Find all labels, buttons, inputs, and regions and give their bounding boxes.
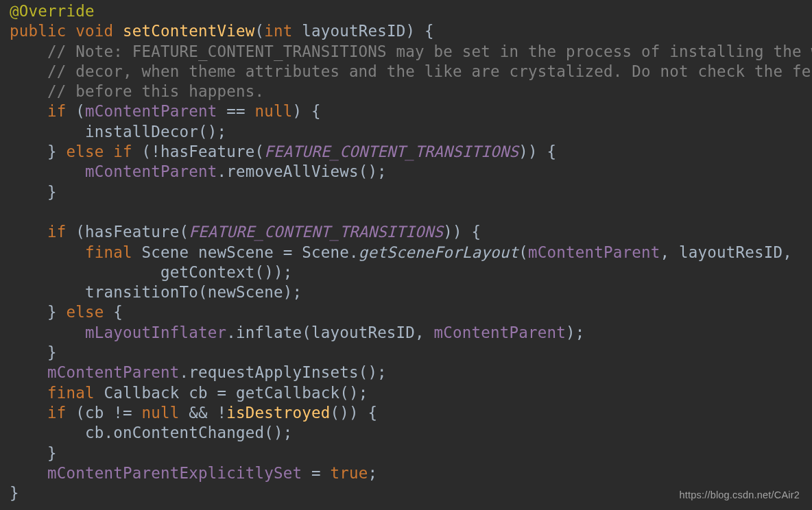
kw-else: else — [66, 303, 104, 321]
field-explicitlyset: mContentParentExplicitlySet — [47, 464, 302, 482]
kw-if3: if — [47, 404, 67, 422]
kw-elseif: else if — [66, 143, 132, 160]
param-layoutresid: layoutResID — [302, 22, 405, 40]
comment-line1: // Note: FEATURE_CONTENT_TRANSITIONS may… — [47, 42, 812, 60]
watermark-text: https://blog.csdn.net/CAir2 — [680, 489, 800, 500]
field-mcontentparent3: mContentParent — [528, 243, 660, 261]
const-fct2: FEATURE_CONTENT_TRANSITIONS — [189, 223, 443, 241]
field-mlayoutinflater: mLayoutInflater — [85, 324, 226, 341]
call-isdestroyed: isDestroyed — [226, 404, 330, 422]
call-installdecor: installDecor(); — [85, 123, 226, 141]
call-oncontentchanged: cb.onContentChanged(); — [85, 424, 292, 441]
field-mcontentparent4: mContentParent — [434, 324, 566, 341]
annotation: @Override — [10, 2, 95, 20]
kw-public: public — [10, 22, 66, 40]
call-transitionto: transitionTo(newScene); — [85, 283, 302, 301]
kw-null2: null — [141, 404, 179, 422]
kw-void: void — [75, 22, 113, 40]
kw-if: if — [47, 102, 67, 120]
field-mcontentparent: mContentParent — [85, 102, 217, 120]
call-getcontext: getContext()); — [160, 263, 292, 281]
call-inflate-a: .inflate(layoutResID, — [226, 324, 433, 341]
kw-final2: final — [47, 384, 95, 402]
comment-line2: // decor, when theme attributes and the … — [47, 62, 812, 80]
method-name: setContentView — [123, 22, 254, 40]
kw-true: true — [330, 464, 368, 482]
static-getsceneforlayout: getSceneForLayout — [359, 243, 519, 261]
const-fct1: FEATURE_CONTENT_TRANSITIONS — [264, 143, 518, 160]
kw-int: int — [264, 22, 292, 40]
kw-final: final — [85, 243, 132, 261]
kw-if2: if — [47, 223, 67, 241]
kw-null: null — [254, 102, 292, 120]
scene-assign: Scene newScene = Scene. — [132, 243, 359, 261]
field-mcontentparent5: mContentParent — [47, 363, 179, 381]
callback-assign: Callback cb = getCallback(); — [95, 384, 368, 402]
field-mcontentparent2: mContentParent — [85, 162, 217, 180]
call-requestapplyinsets: .requestApplyInsets(); — [179, 363, 386, 381]
call-removeallviews: .removeAllViews(); — [217, 162, 386, 180]
code-block: @Override public void setContentView(int… — [0, 0, 812, 503]
comment-line3: // before this happens. — [47, 82, 264, 100]
